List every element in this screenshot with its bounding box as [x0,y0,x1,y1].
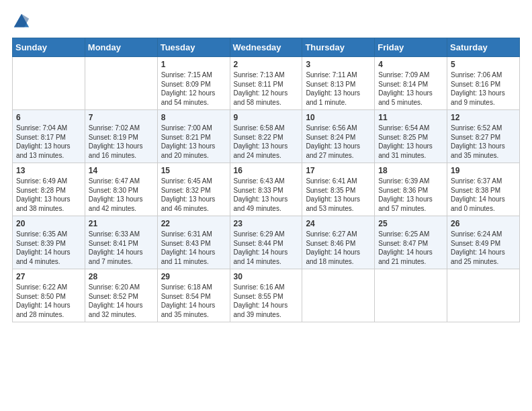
day-number: 20 [16,219,81,228]
day-info: Sunrise: 6:49 AM Sunset: 8:28 PM Dayligh… [16,177,81,213]
day-of-week-tuesday: Tuesday [157,38,230,57]
day-info: Sunrise: 6:43 AM Sunset: 8:33 PM Dayligh… [234,177,299,213]
day-number: 30 [234,272,299,281]
calendar-cell: 15Sunrise: 6:45 AM Sunset: 8:32 PM Dayli… [157,163,230,216]
day-info: Sunrise: 6:31 AM Sunset: 8:43 PM Dayligh… [161,230,226,266]
calendar-cell: 6Sunrise: 7:04 AM Sunset: 8:17 PM Daylig… [13,110,85,163]
day-info: Sunrise: 7:09 AM Sunset: 8:14 PM Dayligh… [378,71,443,107]
day-number: 27 [16,272,81,281]
day-number: 18 [378,166,443,175]
header [12,12,520,31]
day-number: 3 [306,60,371,69]
day-info: Sunrise: 6:16 AM Sunset: 8:55 PM Dayligh… [234,283,299,319]
day-of-week-saturday: Saturday [447,38,520,57]
day-of-week-wednesday: Wednesday [230,38,302,57]
day-info: Sunrise: 7:04 AM Sunset: 8:17 PM Dayligh… [16,124,81,160]
calendar-header-row: SundayMondayTuesdayWednesdayThursdayFrid… [13,38,520,57]
calendar-week-3: 13Sunrise: 6:49 AM Sunset: 8:28 PM Dayli… [13,163,520,216]
day-number: 21 [89,219,154,228]
day-number: 12 [451,113,516,122]
day-info: Sunrise: 6:56 AM Sunset: 8:24 PM Dayligh… [306,124,371,160]
calendar-week-2: 6Sunrise: 7:04 AM Sunset: 8:17 PM Daylig… [13,110,520,163]
day-info: Sunrise: 6:25 AM Sunset: 8:47 PM Dayligh… [378,230,443,266]
day-info: Sunrise: 6:47 AM Sunset: 8:30 PM Dayligh… [89,177,154,213]
calendar-cell: 23Sunrise: 6:29 AM Sunset: 8:44 PM Dayli… [230,216,302,269]
calendar-cell: 28Sunrise: 6:20 AM Sunset: 8:52 PM Dayli… [85,269,157,322]
calendar-week-5: 27Sunrise: 6:22 AM Sunset: 8:50 PM Dayli… [13,269,520,322]
day-number: 16 [234,166,299,175]
calendar-cell: 18Sunrise: 6:39 AM Sunset: 8:36 PM Dayli… [375,163,447,216]
day-info: Sunrise: 7:11 AM Sunset: 8:13 PM Dayligh… [306,71,371,107]
day-number: 23 [234,219,299,228]
day-number: 4 [378,60,443,69]
day-number: 5 [451,60,516,69]
calendar-cell: 3Sunrise: 7:11 AM Sunset: 8:13 PM Daylig… [302,57,375,110]
day-info: Sunrise: 6:33 AM Sunset: 8:41 PM Dayligh… [89,230,154,266]
calendar-cell: 24Sunrise: 6:27 AM Sunset: 8:46 PM Dayli… [302,216,375,269]
calendar-cell: 21Sunrise: 6:33 AM Sunset: 8:41 PM Dayli… [85,216,157,269]
day-number: 9 [234,113,299,122]
calendar-cell: 16Sunrise: 6:43 AM Sunset: 8:33 PM Dayli… [230,163,302,216]
day-number: 8 [161,113,226,122]
day-info: Sunrise: 6:41 AM Sunset: 8:35 PM Dayligh… [306,177,371,213]
calendar-cell: 19Sunrise: 6:37 AM Sunset: 8:38 PM Dayli… [447,163,520,216]
day-number: 13 [16,166,81,175]
day-number: 17 [306,166,371,175]
day-of-week-friday: Friday [375,38,447,57]
day-info: Sunrise: 7:06 AM Sunset: 8:16 PM Dayligh… [451,71,516,107]
day-number: 25 [378,219,443,228]
calendar-cell [447,269,520,322]
day-number: 24 [306,219,371,228]
day-info: Sunrise: 7:15 AM Sunset: 8:09 PM Dayligh… [161,71,226,107]
calendar-cell: 4Sunrise: 7:09 AM Sunset: 8:14 PM Daylig… [375,57,447,110]
calendar-cell: 30Sunrise: 6:16 AM Sunset: 8:55 PM Dayli… [230,269,302,322]
day-info: Sunrise: 6:18 AM Sunset: 8:54 PM Dayligh… [161,283,226,319]
calendar-header: SundayMondayTuesdayWednesdayThursdayFrid… [13,38,520,57]
day-info: Sunrise: 7:02 AM Sunset: 8:19 PM Dayligh… [89,124,154,160]
day-of-week-monday: Monday [85,38,157,57]
day-number: 28 [89,272,154,281]
day-number: 14 [89,166,154,175]
day-info: Sunrise: 6:54 AM Sunset: 8:25 PM Dayligh… [378,124,443,160]
day-info: Sunrise: 6:58 AM Sunset: 8:22 PM Dayligh… [234,124,299,160]
calendar-week-4: 20Sunrise: 6:35 AM Sunset: 8:39 PM Dayli… [13,216,520,269]
day-number: 2 [234,60,299,69]
day-info: Sunrise: 6:35 AM Sunset: 8:39 PM Dayligh… [16,230,81,266]
logo [12,12,34,31]
day-number: 15 [161,166,226,175]
day-number: 29 [161,272,226,281]
day-number: 11 [378,113,443,122]
page: SundayMondayTuesdayWednesdayThursdayFrid… [0,0,532,411]
calendar-cell: 26Sunrise: 6:24 AM Sunset: 8:49 PM Dayli… [447,216,520,269]
day-info: Sunrise: 6:20 AM Sunset: 8:52 PM Dayligh… [89,283,154,319]
calendar-cell: 25Sunrise: 6:25 AM Sunset: 8:47 PM Dayli… [375,216,447,269]
logo-icon [12,12,31,31]
day-number: 10 [306,113,371,122]
day-number: 22 [161,219,226,228]
calendar-cell [302,269,375,322]
calendar-cell: 8Sunrise: 7:00 AM Sunset: 8:21 PM Daylig… [157,110,230,163]
day-number: 26 [451,219,516,228]
day-of-week-thursday: Thursday [302,38,375,57]
calendar-cell: 22Sunrise: 6:31 AM Sunset: 8:43 PM Dayli… [157,216,230,269]
day-info: Sunrise: 6:52 AM Sunset: 8:27 PM Dayligh… [451,124,516,160]
day-info: Sunrise: 6:37 AM Sunset: 8:38 PM Dayligh… [451,177,516,213]
day-info: Sunrise: 6:22 AM Sunset: 8:50 PM Dayligh… [16,283,81,319]
calendar-cell: 27Sunrise: 6:22 AM Sunset: 8:50 PM Dayli… [13,269,85,322]
day-info: Sunrise: 6:45 AM Sunset: 8:32 PM Dayligh… [161,177,226,213]
calendar-cell: 10Sunrise: 6:56 AM Sunset: 8:24 PM Dayli… [302,110,375,163]
day-number: 6 [16,113,81,122]
day-info: Sunrise: 7:13 AM Sunset: 8:11 PM Dayligh… [234,71,299,107]
day-info: Sunrise: 6:24 AM Sunset: 8:49 PM Dayligh… [451,230,516,266]
day-number: 19 [451,166,516,175]
calendar-cell: 5Sunrise: 7:06 AM Sunset: 8:16 PM Daylig… [447,57,520,110]
day-info: Sunrise: 6:27 AM Sunset: 8:46 PM Dayligh… [306,230,371,266]
day-number: 7 [89,113,154,122]
calendar-cell: 2Sunrise: 7:13 AM Sunset: 8:11 PM Daylig… [230,57,302,110]
calendar-cell: 9Sunrise: 6:58 AM Sunset: 8:22 PM Daylig… [230,110,302,163]
calendar-cell [375,269,447,322]
calendar-cell: 11Sunrise: 6:54 AM Sunset: 8:25 PM Dayli… [375,110,447,163]
calendar-cell: 29Sunrise: 6:18 AM Sunset: 8:54 PM Dayli… [157,269,230,322]
day-number: 1 [161,60,226,69]
calendar-cell: 1Sunrise: 7:15 AM Sunset: 8:09 PM Daylig… [157,57,230,110]
